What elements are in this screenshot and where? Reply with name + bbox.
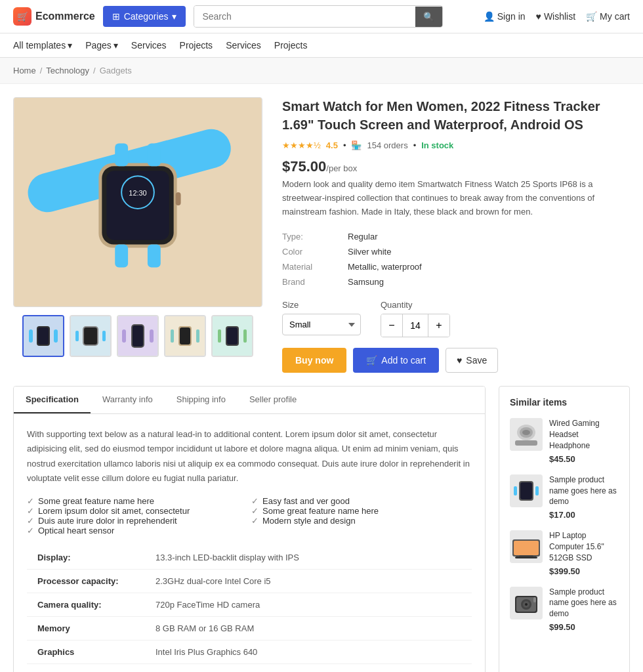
product-description: Modern look and quality demo item Smartw… bbox=[282, 178, 630, 219]
spec-detail-label: Processor capacity: bbox=[27, 569, 145, 593]
product-section: 12:30 bbox=[13, 97, 630, 373]
feature-item-5: ✓ Easy fast and ver good bbox=[251, 496, 472, 506]
spec-row-brand: Brand Samsung bbox=[282, 274, 630, 289]
grid-icon: ⊞ bbox=[112, 11, 120, 22]
spec-detail-value: 2.3GHz dual-core Intel Core i5 bbox=[145, 569, 472, 593]
breadcrumb-gadgets: Gadgets bbox=[100, 66, 132, 75]
svg-rect-52 bbox=[515, 556, 537, 558]
heart-icon: ♥ bbox=[536, 11, 541, 22]
check-icon: ✓ bbox=[251, 516, 259, 526]
similar-name-1: Wired Gaming Headset Headphone bbox=[549, 418, 619, 451]
svg-rect-35 bbox=[227, 327, 238, 345]
search-button[interactable]: 🔍 bbox=[415, 7, 442, 27]
main-content: 12:30 bbox=[0, 84, 643, 672]
svg-rect-15 bbox=[38, 327, 49, 345]
similar-item-1[interactable]: Wired Gaming Headset Headphone $45.50 bbox=[510, 418, 619, 463]
feature-item-2: ✓ Lorem ipsum dolor sit amet, consectetu… bbox=[27, 506, 247, 516]
quantity-decrease-button[interactable]: − bbox=[381, 314, 402, 337]
svg-rect-59 bbox=[533, 597, 536, 602]
quantity-input[interactable] bbox=[402, 314, 428, 337]
categories-label: Categories bbox=[124, 11, 169, 22]
nav-projects-2[interactable]: Projects bbox=[274, 40, 308, 51]
feature-text: Optical heart sensor bbox=[38, 526, 114, 536]
spec-detail-row: Display: 13.3-inch LED-backlit display w… bbox=[27, 546, 472, 570]
signin-button[interactable]: 👤 Sign in bbox=[484, 11, 526, 22]
save-button[interactable]: ♥ Save bbox=[446, 348, 498, 373]
add-to-cart-button[interactable]: 🛒 Add to cart bbox=[353, 348, 439, 373]
similar-price-2: $17.00 bbox=[549, 510, 619, 520]
tab-specification[interactable]: Specification bbox=[14, 387, 91, 413]
buy-now-button[interactable]: Buy now bbox=[282, 348, 346, 373]
svg-rect-9 bbox=[115, 144, 128, 167]
breadcrumb: Home / Technology / Gadgets bbox=[0, 58, 643, 84]
similar-price-3: $399.50 bbox=[549, 566, 619, 576]
quantity-stepper: − + bbox=[381, 314, 450, 337]
quantity-control: Quantity − + bbox=[381, 300, 450, 337]
svg-rect-26 bbox=[122, 329, 126, 343]
spec-value: Regular bbox=[348, 232, 378, 242]
svg-rect-50 bbox=[514, 541, 539, 555]
tab-shipping[interactable]: Shipping info bbox=[165, 387, 238, 413]
cart-button[interactable]: 🛒 My cart bbox=[586, 11, 630, 22]
cart-label: My cart bbox=[600, 11, 630, 22]
in-stock-badge: In stock bbox=[421, 140, 453, 150]
tab-warranty[interactable]: Warranty info bbox=[91, 387, 165, 413]
similar-info-1: Wired Gaming Headset Headphone $45.50 bbox=[549, 418, 619, 463]
tab-content: With supporting text below as a natural … bbox=[14, 414, 485, 672]
spec-detail-label: Display: bbox=[27, 546, 145, 570]
breadcrumb-technology[interactable]: Technology bbox=[46, 66, 89, 75]
feature-col-2: ✓ Easy fast and ver good ✓ Some great fe… bbox=[251, 496, 472, 536]
per-box: /per box bbox=[326, 163, 357, 173]
search-input[interactable] bbox=[194, 6, 415, 27]
size-select[interactable]: Small Medium Large XL bbox=[282, 314, 361, 335]
wishlist-button[interactable]: ♥ Wishlist bbox=[536, 11, 576, 22]
spec-value: Silver white bbox=[348, 247, 391, 257]
nav-label: Pages bbox=[85, 40, 112, 51]
spec-value: Metallic, waterproof bbox=[348, 262, 422, 272]
spec-detail-label: Camera quality: bbox=[27, 593, 145, 616]
nav-services-1[interactable]: Services bbox=[131, 40, 167, 51]
thumbnail-1[interactable] bbox=[22, 315, 64, 357]
svg-rect-12 bbox=[148, 245, 161, 268]
nav-label: All templates bbox=[13, 40, 66, 51]
thumbnails bbox=[13, 315, 262, 357]
check-icon: ✓ bbox=[27, 526, 34, 536]
similar-price-1: $45.50 bbox=[549, 454, 619, 464]
svg-rect-20 bbox=[84, 327, 97, 345]
spec-detail-value: 13.3-inch LED-backlit display with IPS bbox=[145, 546, 472, 570]
thumbnail-2[interactable] bbox=[70, 315, 112, 357]
feature-text: Some great feature name here bbox=[38, 496, 154, 506]
spec-detail-value: 8 GB RAM or 16 GB RAM bbox=[145, 616, 472, 640]
logo[interactable]: 🛒 Ecommerce bbox=[13, 7, 95, 26]
similar-item-4[interactable]: Sample product name goes here as demo $9… bbox=[510, 587, 619, 632]
breadcrumb-home[interactable]: Home bbox=[13, 66, 36, 75]
tab-seller[interactable]: Seller profile bbox=[238, 387, 308, 413]
star-rating: ★★★★½ bbox=[282, 140, 321, 150]
check-icon: ✓ bbox=[251, 506, 259, 516]
similar-item-2[interactable]: Sample product name goes here as demo $1… bbox=[510, 474, 619, 520]
thumbnail-4[interactable] bbox=[164, 315, 206, 357]
feature-item-7: ✓ Modern style and design bbox=[251, 516, 472, 526]
thumbnail-5[interactable] bbox=[211, 315, 253, 357]
nav-services-2[interactable]: Services bbox=[226, 40, 261, 51]
similar-item-3[interactable]: HP Laptop Computer 15.6" 512GB SSD $399.… bbox=[510, 530, 619, 576]
nav-pages[interactable]: Pages ▾ bbox=[85, 40, 118, 51]
logo-text: Ecommerce bbox=[35, 10, 95, 22]
chevron-down-icon: ▾ bbox=[114, 40, 118, 51]
categories-button[interactable]: ⊞ Categories ▾ bbox=[103, 6, 186, 27]
product-price: $75.00/per box bbox=[282, 158, 630, 175]
quantity-increase-button[interactable]: + bbox=[428, 314, 449, 337]
save-label: Save bbox=[466, 355, 487, 366]
tab-description: With supporting text below as a natural … bbox=[27, 427, 472, 485]
nav-projects-1[interactable]: Projects bbox=[180, 40, 213, 51]
check-icon: ✓ bbox=[27, 496, 34, 506]
thumbnail-3[interactable] bbox=[117, 315, 159, 357]
svg-rect-10 bbox=[148, 144, 161, 167]
feature-text: Duis aute irure dolor in reprehenderit bbox=[38, 516, 177, 526]
spec-label: Color bbox=[282, 247, 348, 257]
nav-all-templates[interactable]: All templates ▾ bbox=[13, 40, 72, 51]
spec-detail-label: Graphics bbox=[27, 640, 145, 663]
price-value: $75.00 bbox=[282, 158, 326, 175]
svg-rect-5 bbox=[106, 171, 169, 240]
svg-rect-22 bbox=[102, 331, 106, 341]
